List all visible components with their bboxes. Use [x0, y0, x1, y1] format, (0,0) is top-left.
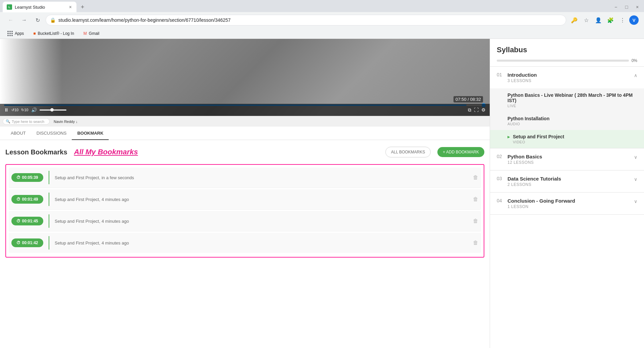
syllabus-content: 01 Introduction 3 LESSONS ∧ Python Basic… [490, 67, 644, 348]
window-controls: − □ × [612, 3, 641, 11]
bookmarks-bar: Apps ■ BucketList® - Log In M Gmail [0, 28, 644, 39]
chevron-up-icon-01: ∧ [634, 73, 637, 78]
lesson-live-webinar[interactable]: Python Basics - Live Webinar ( 28th Marc… [490, 88, 644, 112]
grid-icon [7, 31, 13, 36]
search-placeholder: Type here to search [12, 120, 44, 124]
close-button[interactable]: × [633, 3, 641, 11]
bookmark-time-0: ⏱ 00:05:39 [11, 173, 43, 182]
bookmark-divider-2 [49, 214, 49, 228]
forward-button[interactable]: ↻10 [21, 108, 28, 112]
pip-button[interactable]: ⧉ [468, 107, 471, 113]
tab-title: Learnyst Studio [15, 5, 66, 10]
lesson-python-installation[interactable]: Python Installation AUDIO [490, 112, 644, 130]
volume-slider[interactable] [40, 110, 66, 111]
active-tab[interactable]: L Learnyst Studio × [3, 2, 76, 12]
bookmark-lesson-2: Setup and First Project, 4 minutes ago [55, 218, 129, 224]
new-tab-button[interactable]: + [78, 2, 87, 12]
bookmark-lesson-3: Setup and First Project, 4 minutes ago [55, 240, 129, 246]
bookmarks-header: Lesson Bookmarks All My Bookmarks ALL BO… [5, 147, 484, 157]
lesson-name-setup: Setup and First Project [513, 134, 564, 139]
more-icon[interactable]: ⋮ [617, 15, 628, 25]
tab-about[interactable]: ABOUT [5, 127, 31, 140]
current-time: 07:50 [455, 97, 467, 102]
bookmark-time-text-1: 00:01:49 [22, 197, 38, 202]
video-player[interactable]: 07:50 / 08:32 ⏸ ↺10 ↻10 🔊 ⧉ ⛶ ⚙ [0, 39, 490, 116]
section-header-python-basics[interactable]: 02 Python Basics 12 LESSONS ∨ [490, 148, 644, 170]
nav-icons: 🔑 ☆ 👤 🧩 ⋮ V [569, 15, 639, 25]
bookmark-delete-0[interactable]: 🗑 [473, 175, 478, 181]
section-name-04: Conclusion - Going Forward [507, 198, 634, 204]
lessons-introduction: Python Basics - Live Webinar ( 28th Marc… [490, 88, 644, 148]
extensions-icon[interactable]: 🧩 [605, 15, 616, 25]
bookmark-delete-2[interactable]: 🗑 [473, 218, 478, 224]
progress-percent: 0% [632, 58, 637, 63]
apps-bookmark[interactable]: Apps [5, 30, 26, 37]
tab-close-button[interactable]: × [68, 4, 72, 10]
section-header-data-science[interactable]: 03 Data Science Tutorials 2 LESSONS ∨ [490, 170, 644, 192]
section-introduction: 01 Introduction 3 LESSONS ∧ Python Basic… [490, 67, 644, 148]
title-bar: L Learnyst Studio × + − □ × [0, 0, 644, 12]
fullscreen-button[interactable]: ⛶ [474, 107, 479, 113]
tab-discussions[interactable]: DISCUSSIONS [31, 127, 72, 140]
clock-icon-0: ⏱ [16, 175, 20, 180]
gmail-label: Gmail [89, 31, 99, 36]
volume-button[interactable]: 🔊 [31, 107, 37, 113]
maximize-button[interactable]: □ [623, 3, 631, 11]
all-bookmarks-button[interactable]: ALL BOOKMARKS [385, 147, 431, 157]
settings-video-button[interactable]: ⚙ [481, 107, 486, 113]
pause-button[interactable]: ⏸ [4, 107, 9, 113]
progress-bar [497, 60, 629, 62]
section-header-introduction[interactable]: 01 Introduction 3 LESSONS ∧ [490, 67, 644, 88]
lock-icon: 🔒 [50, 17, 56, 23]
bookmark-info-2: Setup and First Project, 4 minutes ago [55, 218, 468, 224]
nav-bar: ← → ↻ 🔒 studio.learnyst.com/learn/home/p… [0, 12, 644, 28]
content-tabs: ABOUT DISCUSSIONS BOOKMARK [0, 127, 490, 140]
refresh-button[interactable]: ↻ [32, 15, 43, 25]
section-num-02: 02 [497, 154, 503, 159]
bookmark-delete-3[interactable]: 🗑 [473, 240, 478, 246]
bookmark-when-0: in a few seconds [102, 175, 134, 180]
rewind-button[interactable]: ↺10 [11, 108, 18, 112]
add-bookmark-button[interactable]: + ADD BOOKMARK [437, 147, 484, 157]
profile-icon[interactable]: 👤 [593, 15, 604, 25]
chevron-down-icon-04: ∨ [634, 199, 637, 204]
lesson-info-setup: Setup and First Project VIDEO [513, 134, 564, 144]
bookmark-item-1[interactable]: ⏱ 00:01:49 Setup and First Project, 4 mi… [9, 189, 481, 210]
all-bookmarks-link[interactable]: All My Bookmarks [74, 148, 138, 156]
url-text: studio.learnyst.com/learn/home/python-fo… [58, 17, 562, 23]
key-icon[interactable]: 🔑 [569, 15, 580, 25]
play-icon: ▶ [507, 135, 510, 139]
taskbar-username: Navin Reddy ↓ [54, 120, 78, 124]
tab-bookmark[interactable]: BOOKMARK [72, 127, 109, 140]
bookmark-item-2[interactable]: ⏱ 00:01:45 Setup and First Project, 4 mi… [9, 211, 481, 231]
bookmark-time-1: ⏱ 00:01:49 [11, 195, 43, 204]
star-icon[interactable]: ☆ [581, 15, 592, 25]
section-name-01: Introduction [507, 72, 634, 78]
clock-icon-1: ⏱ [16, 197, 20, 202]
video-controls: ⏸ ↺10 ↻10 🔊 ⧉ ⛶ ⚙ [0, 104, 490, 116]
gmail-bookmark[interactable]: M Gmail [82, 30, 101, 37]
browser-chrome: L Learnyst Studio × + − □ × ← → ↻ 🔒 stud… [0, 0, 644, 39]
lesson-info-webinar: Python Basics - Live Webinar ( 28th Marc… [507, 92, 637, 108]
section-num-03: 03 [497, 176, 503, 181]
bookmark-item-3[interactable]: ⏱ 00:01:42 Setup and First Project, 4 mi… [9, 233, 481, 253]
back-button[interactable]: ← [5, 15, 16, 25]
taskbar-search[interactable]: 🔍 Type here to search [3, 118, 50, 125]
volume-handle [50, 108, 54, 112]
lesson-type-setup: VIDEO [513, 140, 564, 144]
bookmark-item-0[interactable]: ⏱ 00:05:39 Setup and First Project, in a… [9, 167, 481, 188]
section-header-conclusion[interactable]: 04 Conclusion - Going Forward 1 LESSON ∨ [490, 193, 644, 214]
bookmark-when-2: 4 minutes ago [102, 219, 129, 224]
section-conclusion: 04 Conclusion - Going Forward 1 LESSON ∨ [490, 193, 644, 215]
lesson-info-installation: Python Installation AUDIO [507, 116, 549, 126]
bookmark-delete-1[interactable]: 🗑 [473, 196, 478, 202]
section-num-04: 04 [497, 198, 503, 203]
lesson-setup-first-project[interactable]: ▶ Setup and First Project VIDEO [490, 130, 644, 148]
forward-button[interactable]: → [19, 15, 30, 25]
search-icon: 🔍 [6, 119, 10, 124]
avatar[interactable]: V [629, 15, 639, 25]
total-time: 08:32 [470, 97, 481, 102]
bucketlist-bookmark[interactable]: ■ BucketList® - Log In [31, 30, 76, 37]
minimize-button[interactable]: − [612, 3, 620, 11]
address-bar[interactable]: 🔒 studio.learnyst.com/learn/home/python-… [46, 15, 566, 25]
